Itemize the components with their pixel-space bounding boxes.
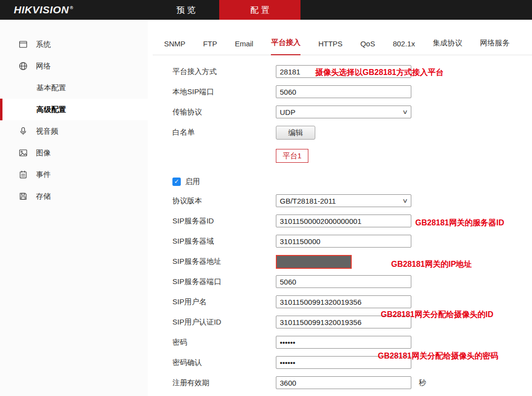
form-row-password: 密码	[172, 336, 532, 356]
seconds-suffix: 秒	[419, 376, 426, 389]
network-icon	[19, 62, 28, 71]
password-confirm-input[interactable]	[276, 356, 411, 369]
sidebar-item-label: 视音频	[36, 127, 58, 136]
field-label: SIP服务器端口	[172, 275, 276, 288]
form-row-sip-server-domain: SIP服务器域	[172, 235, 532, 255]
chevron-down-icon: ∨	[402, 108, 408, 115]
system-icon	[19, 40, 28, 49]
form-row-sip-server-id: SIP服务器ID	[172, 215, 532, 235]
sip-user-auth-id-input[interactable]	[276, 316, 411, 328]
sip-server-address-input-redacted[interactable]	[276, 255, 352, 269]
field-label: SIP用户认证ID	[172, 316, 276, 328]
form-row-sip-user-auth-id: SIP用户认证ID	[172, 316, 532, 336]
field-label: 本地SIP端口	[172, 85, 276, 98]
field-label: 传输协议	[172, 106, 276, 118]
tab-snmp[interactable]: SNMP	[164, 39, 185, 55]
sip-server-port-input[interactable]	[276, 275, 411, 288]
sidebar-item-storage[interactable]: 存储	[0, 185, 148, 207]
tab-qos[interactable]: QoS	[360, 39, 375, 55]
platform-access-mode-input[interactable]	[276, 65, 411, 78]
field-label: SIP服务器地址	[172, 255, 276, 268]
sidebar-item-label: 网络	[36, 62, 51, 71]
sidebar-item-image[interactable]: 图像	[0, 142, 148, 164]
form-row-protocol-version: 协议版本 GB/T28181-2011 ∨	[172, 194, 532, 215]
tab-email[interactable]: Email	[235, 39, 254, 55]
field-label: 注册有效期	[172, 376, 276, 389]
local-sip-port-input[interactable]	[276, 85, 411, 98]
tab-ftp[interactable]: FTP	[203, 39, 217, 55]
enable-label: 启用	[185, 177, 200, 186]
hikvision-logo: HIKVISION®	[14, 4, 73, 16]
tab-platform-access[interactable]: 平台接入	[271, 38, 300, 55]
tab-integration-protocol[interactable]: 集成协议	[432, 38, 462, 55]
platform1-tab[interactable]: 平台1	[276, 149, 308, 163]
form-row-register-validity: 注册有效期 秒	[172, 376, 532, 396]
tab-network-service[interactable]: 网络服务	[480, 38, 509, 55]
sidebar: 系统 网络 基本配置 高级配置 视音频 图像 事件 存储	[0, 20, 148, 396]
chevron-down-icon: ∨	[402, 197, 408, 204]
transport-protocol-select[interactable]: UDP ∨	[276, 106, 411, 118]
select-value: GB/T28181-2011	[280, 197, 336, 205]
field-label: 协议版本	[172, 194, 276, 207]
sidebar-item-event[interactable]: 事件	[0, 164, 148, 185]
sidebar-item-system[interactable]: 系统	[0, 34, 148, 55]
sidebar-item-label: 图像	[36, 148, 51, 158]
form-row-sip-server-port: SIP服务器端口	[172, 275, 532, 295]
enable-checkbox[interactable]: ✓	[172, 178, 181, 186]
form-row-sip-server-address: SIP服务器地址	[172, 255, 532, 275]
sidebar-item-advanced-config[interactable]: 高级配置	[0, 99, 148, 120]
sip-server-id-input[interactable]	[276, 215, 411, 227]
form-row-platform-access-mode: 平台接入方式	[172, 65, 532, 85]
select-value: UDP	[280, 108, 296, 116]
sidebar-item-label: 高级配置	[36, 105, 66, 114]
tab-https[interactable]: HTTPS	[318, 39, 342, 55]
whitelist-edit-button[interactable]: 编辑	[276, 126, 315, 140]
field-label: 平台接入方式	[172, 65, 276, 78]
audio-video-icon	[19, 127, 28, 136]
sidebar-item-audio-video[interactable]: 视音频	[0, 120, 148, 142]
event-icon	[19, 170, 28, 179]
sidebar-item-label: 基本配置	[36, 83, 66, 93]
field-label: SIP服务器域	[172, 235, 276, 248]
topbar: HIKVISION® 预 览 配 置	[0, 0, 532, 20]
form-row-transport-protocol: 传输协议 UDP ∨	[172, 106, 532, 126]
field-label: 白名单	[172, 126, 276, 139]
form-row-whitelist: 白名单 编辑	[172, 126, 532, 146]
sidebar-item-label: 系统	[36, 40, 51, 49]
form-row-password-confirm: 密码确认	[172, 356, 532, 376]
form-row-local-sip-port: 本地SIP端口	[172, 85, 532, 106]
password-input[interactable]	[276, 336, 411, 349]
storage-icon	[19, 192, 28, 201]
form-row-enable: ✓ 启用	[172, 177, 532, 186]
main-content: SNMP FTP Email 平台接入 HTTPS QoS 802.1x 集成协…	[153, 20, 532, 396]
form-row-sip-username: SIP用户名	[172, 295, 532, 316]
field-label: SIP用户名	[172, 295, 276, 308]
platform-access-form: 平台接入方式 本地SIP端口 传输协议 UDP ∨ 白名单 编辑 平台1 ✓ 启…	[153, 55, 532, 396]
tab-8021x[interactable]: 802.1x	[393, 39, 415, 55]
nav-tab-config[interactable]: 配 置	[219, 0, 300, 20]
image-icon	[19, 148, 28, 157]
field-label: 密码确认	[172, 356, 276, 369]
sidebar-item-label: 事件	[36, 170, 51, 180]
sidebar-item-network[interactable]: 网络	[0, 55, 148, 77]
sidebar-item-label: 存储	[36, 192, 51, 201]
field-label: SIP服务器ID	[172, 215, 276, 227]
nav-tab-preview[interactable]: 预 览	[153, 0, 219, 20]
sip-username-input[interactable]	[276, 295, 411, 308]
protocol-version-select[interactable]: GB/T28181-2011 ∨	[276, 194, 411, 207]
field-label: 密码	[172, 336, 276, 349]
register-validity-input[interactable]	[276, 376, 411, 389]
sip-server-domain-input[interactable]	[276, 235, 411, 248]
top-nav: 预 览 配 置	[153, 0, 300, 20]
sidebar-item-basic-config[interactable]: 基本配置	[0, 77, 148, 99]
config-tab-bar: SNMP FTP Email 平台接入 HTTPS QoS 802.1x 集成协…	[153, 20, 532, 55]
